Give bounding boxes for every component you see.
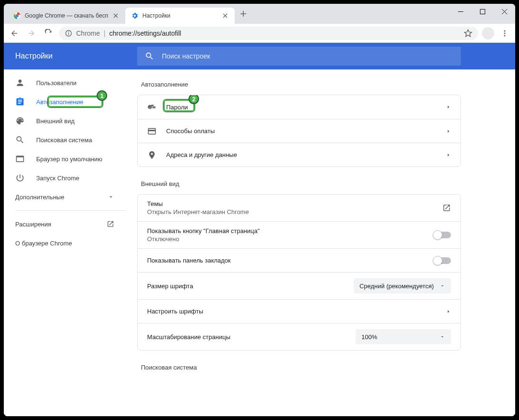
- svg-rect-5: [68, 31, 69, 32]
- sidebar-item-autofill[interactable]: Автозаполнение 1: [4, 92, 126, 111]
- tab-title: Настройки: [142, 12, 218, 19]
- page-title: Настройки: [15, 52, 137, 60]
- settings-main: Автозаполнение Пароли 2 Способы оплаты: [126, 69, 515, 416]
- url-path: chrome://settings/autofill: [109, 29, 181, 37]
- sidebar-label: Автозаполнение: [36, 98, 83, 106]
- settings-favicon: [131, 12, 139, 20]
- chevron-right-icon: [446, 105, 451, 109]
- dropdown-value: Средний (рекомендуется): [359, 283, 434, 290]
- reload-button[interactable]: [42, 27, 55, 40]
- row-addresses[interactable]: Адреса и другие данные: [138, 143, 460, 166]
- minimize-button[interactable]: [449, 4, 471, 19]
- row-label: Пароли: [166, 104, 437, 111]
- toggle-bookmarks-bar[interactable]: [434, 257, 451, 264]
- browser-window: Google Chrome — скачать бесп Настройки: [4, 4, 515, 416]
- section-title-search: Поисковая система: [141, 364, 506, 371]
- row-label: Размер шрифта: [147, 283, 344, 290]
- sidebar-extensions[interactable]: Расширения: [4, 215, 126, 234]
- svg-point-6: [504, 30, 505, 31]
- row-label: Масштабирование страницы: [147, 333, 346, 341]
- row-customize-fonts[interactable]: Настроить шрифты: [138, 299, 460, 323]
- svg-point-8: [504, 35, 505, 36]
- sidebar-label: Внешний вид: [36, 117, 75, 125]
- close-icon[interactable]: [112, 12, 120, 20]
- dropdown-value: 100%: [361, 333, 377, 341]
- browser-toolbar: Chrome | chrome://settings/autofill: [4, 24, 515, 43]
- chevron-right-icon: [446, 309, 451, 314]
- titlebar: Google Chrome — скачать бесп Настройки: [4, 4, 515, 24]
- location-icon: [147, 150, 157, 160]
- new-tab-button[interactable]: [237, 7, 250, 20]
- window-controls: [449, 4, 515, 19]
- dropdown-page-zoom[interactable]: 100%: [356, 329, 451, 344]
- annotation-badge-1: 1: [97, 90, 107, 101]
- sidebar-label: Запуск Chrome: [36, 175, 80, 182]
- sidebar-item-people[interactable]: Пользователи: [4, 73, 126, 92]
- divider: [15, 210, 126, 211]
- section-title-appearance: Внешний вид: [141, 180, 506, 187]
- chevron-down-icon: [439, 283, 445, 289]
- sidebar-about[interactable]: О браузере Chrome: [4, 234, 126, 253]
- sidebar-label: Поисковая система: [36, 137, 92, 144]
- row-sublabel: Открыть Интернет-магазин Chrome: [147, 208, 433, 215]
- profile-avatar[interactable]: [482, 27, 494, 39]
- search-input[interactable]: [162, 52, 453, 60]
- appearance-card: Темы Открыть Интернет-магазин Chrome Пок…: [137, 194, 461, 351]
- sidebar-label: Дополнительные: [15, 194, 64, 201]
- row-payment-methods[interactable]: Способы оплаты: [138, 119, 460, 143]
- sidebar-label: Пользователи: [36, 79, 77, 87]
- chrome-menu-button[interactable]: [498, 27, 511, 40]
- sidebar-item-appearance[interactable]: Внешний вид: [4, 111, 126, 130]
- search-settings[interactable]: [137, 47, 461, 66]
- sidebar-item-startup[interactable]: Запуск Chrome: [4, 168, 126, 187]
- toggle-home-button[interactable]: [434, 232, 451, 238]
- tab-title: Google Chrome — скачать бесп: [25, 12, 108, 19]
- row-bookmarks-bar: Показывать панель закладок: [138, 248, 460, 272]
- svg-rect-4: [68, 32, 69, 35]
- chevron-right-icon: [446, 129, 451, 134]
- row-label: Способы оплаты: [166, 127, 437, 135]
- maximize-button[interactable]: [471, 4, 493, 19]
- chrome-favicon: [13, 12, 21, 20]
- svg-rect-2: [480, 9, 485, 14]
- chevron-right-icon: [446, 153, 451, 157]
- external-link-icon: [442, 204, 451, 212]
- row-home-button: Показывать кнопку "Главная страница" Отк…: [138, 221, 460, 248]
- url-host: Chrome: [76, 29, 100, 37]
- back-button[interactable]: [8, 27, 21, 40]
- row-passwords[interactable]: Пароли 2: [138, 95, 460, 119]
- row-label: Адреса и другие данные: [166, 151, 437, 158]
- row-page-zoom: Масштабирование страницы 100%: [138, 323, 460, 350]
- power-icon: [15, 173, 25, 183]
- settings-content: Настройки Пользователи Автозаполнение: [4, 43, 515, 416]
- row-themes[interactable]: Темы Открыть Интернет-магазин Chrome: [138, 195, 460, 221]
- person-icon: [15, 78, 25, 88]
- row-font-size: Размер шрифта Средний (рекомендуется): [138, 272, 460, 299]
- settings-header: Настройки: [4, 43, 515, 69]
- sidebar-label: О браузере Chrome: [15, 240, 72, 247]
- sidebar-item-search[interactable]: Поисковая система: [4, 130, 126, 149]
- settings-body: Пользователи Автозаполнение 1 Внешний ви…: [4, 69, 515, 416]
- external-link-icon: [107, 220, 114, 228]
- window-close-button[interactable]: [493, 4, 515, 19]
- palette-icon: [15, 116, 25, 126]
- browser-icon: [15, 154, 25, 164]
- tab-inactive[interactable]: Google Chrome — скачать бесп: [8, 8, 125, 24]
- chevron-down-icon: [439, 334, 445, 340]
- sidebar-label: Расширения: [15, 221, 51, 228]
- dropdown-font-size[interactable]: Средний (рекомендуется): [354, 278, 451, 293]
- chevron-down-icon: [108, 194, 114, 200]
- row-label: Показывать кнопку "Главная страница": [147, 227, 424, 234]
- sidebar-item-default-browser[interactable]: Браузер по умолчанию: [4, 149, 126, 168]
- row-label: Показывать панель закладок: [147, 257, 424, 264]
- bookmark-star-icon[interactable]: [464, 29, 472, 38]
- row-label: Настроить шрифты: [147, 308, 437, 315]
- forward-button[interactable]: [25, 27, 38, 40]
- address-bar[interactable]: Chrome | chrome://settings/autofill: [59, 27, 478, 40]
- tab-active[interactable]: Настройки: [125, 8, 235, 24]
- search-icon: [15, 135, 25, 145]
- sidebar: Пользователи Автозаполнение 1 Внешний ви…: [4, 69, 126, 416]
- sidebar-advanced[interactable]: Дополнительные: [4, 187, 126, 206]
- annotation-badge-2: 2: [189, 95, 199, 104]
- close-icon[interactable]: [221, 12, 229, 20]
